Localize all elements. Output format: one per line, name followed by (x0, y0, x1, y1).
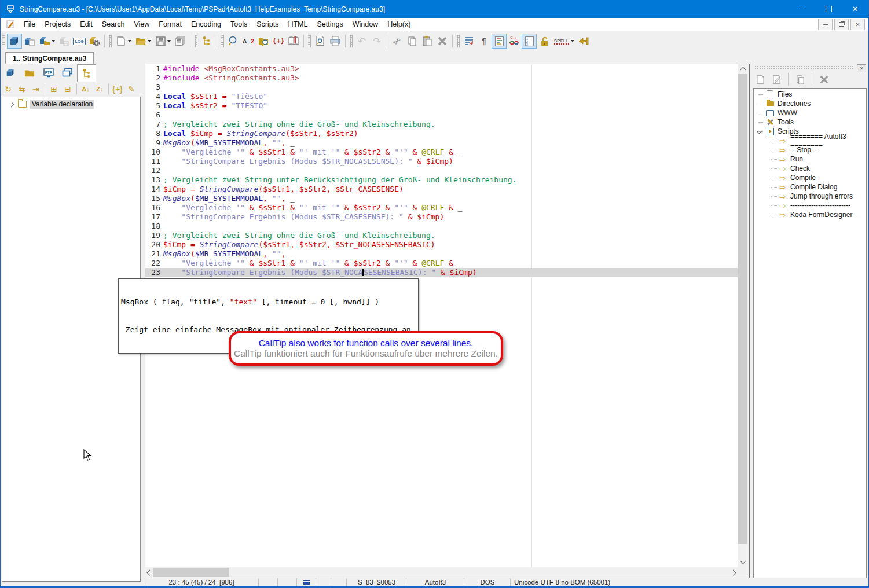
script-item-koda-formdesigner[interactable]: ⇨Koda FormDesigner (754, 210, 866, 219)
script-item--autoit3-[interactable]: ⇨======== AutoIt3 ======== (754, 136, 866, 145)
menu-item-encoding[interactable]: Encoding (186, 19, 226, 30)
tab-code-explorer[interactable] (77, 64, 96, 82)
chevron-down-icon[interactable] (757, 128, 762, 134)
menu-item-window[interactable]: Window (348, 19, 383, 30)
panel-splitter[interactable] (749, 64, 750, 585)
mdi-minimize-button[interactable] (818, 19, 833, 30)
mdi-close-button[interactable]: ✕ (850, 19, 865, 30)
vertical-scroll-thumb[interactable] (738, 74, 747, 544)
minimize-button[interactable] (789, 0, 815, 18)
code-line[interactable]: 20$iCmp = StringCompare($sStr1, $sStr2, … (145, 240, 738, 249)
code-line[interactable]: 18 (145, 222, 738, 231)
scroll-up-button[interactable] (738, 64, 748, 74)
replace-button[interactable]: A→2 (241, 34, 256, 49)
menu-item-projects[interactable]: Projects (40, 19, 75, 30)
menu-item-html[interactable]: HTML (283, 19, 312, 30)
code-line[interactable]: 5Local $sStr2 = "TIËSTO" (145, 101, 738, 111)
item-new-button[interactable] (753, 72, 767, 86)
close-button[interactable]: ✕ (842, 0, 868, 18)
cut-button[interactable]: ✂ (390, 34, 405, 49)
panel-grip[interactable] (754, 65, 854, 69)
copy-list-button[interactable]: {+} (111, 83, 124, 95)
code-line[interactable]: 13; Vergleicht zwei String unter Berücks… (145, 175, 738, 185)
save-file-button[interactable] (153, 34, 168, 49)
toolbar-grip[interactable] (2, 35, 5, 47)
item-edit-button[interactable] (769, 72, 783, 86)
tree-item-directories[interactable]: Directories (754, 99, 866, 108)
project-open-button[interactable] (7, 34, 22, 49)
log-button[interactable]: LOG (72, 34, 87, 49)
maximize-button[interactable] (815, 0, 842, 18)
mdi-restore-button[interactable] (834, 19, 849, 30)
horizontal-scroll-thumb[interactable] (153, 568, 229, 577)
edit-button[interactable]: ✎ (125, 83, 138, 95)
menu-item-tools[interactable]: Tools (226, 19, 252, 30)
menu-item-format[interactable]: Format (154, 19, 186, 30)
tree-item-www[interactable]: WWW (754, 108, 866, 117)
code-line[interactable]: 6 (145, 111, 738, 120)
code-line[interactable]: 9MsgBox($MB_SYSTEMMODAL, "", _ (145, 138, 738, 148)
tree-item-files[interactable]: Files (754, 90, 866, 99)
scroll-right-button[interactable] (729, 567, 739, 578)
code-line[interactable]: 8Local $iCmp = StringCompare($sStr1, $sS… (145, 129, 738, 138)
search-button[interactable] (226, 34, 241, 49)
paste-button[interactable] (420, 34, 435, 49)
save-all-button[interactable] (173, 34, 188, 49)
code-line[interactable]: 17 "StringCompare Ergebnis (Modus $STR_C… (145, 212, 738, 222)
highlighter-settings-button[interactable]: C++ (507, 34, 522, 49)
undo-button[interactable]: ↶ (354, 34, 369, 49)
status-cell-line-ending[interactable]: DOS (464, 578, 511, 586)
bookmarks-button[interactable] (286, 34, 301, 49)
panel-close-icon[interactable]: ✕ (857, 64, 866, 72)
code-line[interactable]: 21MsgBox($MB_SYSTEMMODAL, "", _ (145, 249, 738, 259)
line-numbers-button[interactable]: 123 (522, 34, 537, 49)
tab-open-windows[interactable] (58, 64, 77, 81)
code-line[interactable]: 2#include <StringConstants.au3> (145, 74, 738, 83)
redo-button[interactable]: ↷ (369, 34, 384, 49)
code-line[interactable]: 23 "StringCompare Ergebnis (Modus $STR_N… (145, 268, 738, 277)
menu-item-helpx[interactable]: Help(x) (383, 19, 415, 30)
new-file-button[interactable] (113, 34, 129, 49)
vertical-scrollbar[interactable] (738, 64, 748, 567)
lock-button[interactable] (537, 34, 552, 49)
item-copy-button[interactable] (793, 72, 807, 86)
code-line[interactable]: 12 (145, 166, 738, 175)
code-explorer-button[interactable] (199, 34, 214, 49)
open-file-button[interactable] (133, 34, 148, 49)
script-item--[interactable]: ⇨-------------------------- (754, 201, 866, 210)
tree-item-variable-declaration[interactable]: Variable declaration (2, 99, 140, 109)
script-item--stop-[interactable]: ⇨-- Stop -- (754, 145, 866, 155)
script-item-run[interactable]: ⇨Run (754, 155, 866, 164)
syntax-highlight-button[interactable] (492, 34, 507, 49)
code-line[interactable]: 10 "Vergleiche '" & $sStr1 & "' mit '" &… (145, 148, 738, 157)
show-formatting-button[interactable]: ¶ (476, 34, 492, 49)
menu-item-settings[interactable]: Settings (312, 19, 347, 30)
chevron-right-icon[interactable] (9, 101, 14, 107)
refresh-button[interactable]: ↻ (2, 83, 14, 95)
tree-item-tools[interactable]: Tools (754, 117, 866, 127)
expand-tree-button[interactable]: ⊞ (47, 83, 60, 95)
menu-item-view[interactable]: View (129, 19, 154, 30)
sort-za-button[interactable]: Z↓ (93, 83, 106, 95)
code-line[interactable]: 14$iCmp = StringCompare($sStr1, $sStr2, … (145, 185, 738, 194)
code-line[interactable]: 16 "Vergleiche '" & $sStr1 & "' mit '" &… (145, 203, 738, 212)
goto-line-button[interactable]: ⇥ (30, 83, 42, 95)
delete-button[interactable] (435, 34, 450, 49)
code-line[interactable]: 11 "StringCompare Ergebnis (Modus $STR_N… (145, 157, 738, 166)
item-delete-button[interactable] (817, 72, 831, 86)
print-preview-button[interactable] (313, 34, 328, 49)
code-line[interactable]: 3 (145, 83, 738, 92)
tab-project[interactable] (1, 64, 20, 81)
code-line[interactable]: 7; Vergleicht zwei String ohne die Groß-… (145, 120, 738, 129)
spell-check-button[interactable]: SPELL (552, 34, 571, 49)
status-cell-encoding[interactable]: Unicode UTF-8 no BOM (65001) (510, 578, 869, 586)
tab-ftp[interactable]: FTP (39, 64, 58, 81)
tab-files[interactable] (20, 64, 39, 81)
menu-item-file[interactable]: File (19, 19, 40, 30)
stay-on-top-button[interactable] (576, 34, 591, 49)
script-item-check[interactable]: ⇨Check (754, 164, 866, 173)
tab-stringcompare[interactable]: 1.. StringCompare.au3 (5, 52, 94, 64)
swap-button[interactable]: ⇆ (16, 83, 28, 95)
word-wrap-button[interactable] (461, 34, 476, 49)
copy-button[interactable] (405, 34, 420, 49)
